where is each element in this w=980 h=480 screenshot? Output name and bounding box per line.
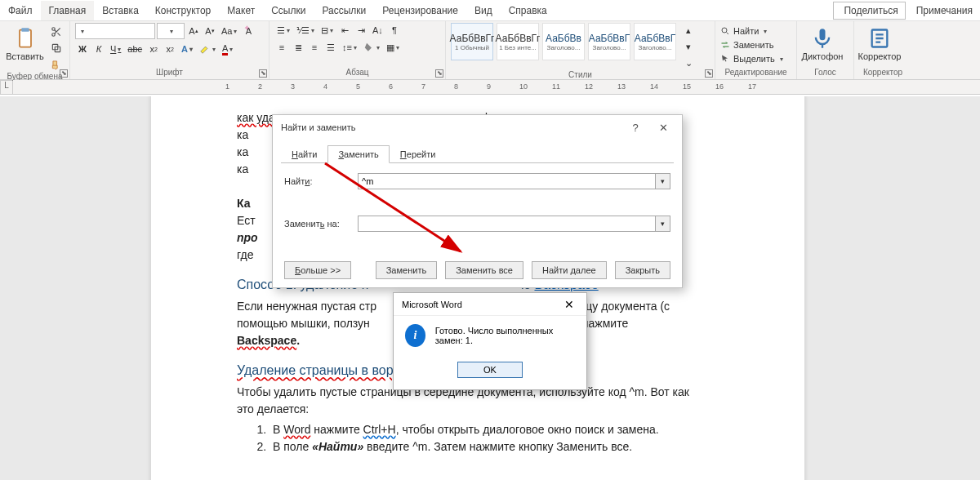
svg-point-3 [52,33,56,37]
styles-launcher[interactable]: ⬊ [705,69,713,78]
style-normal[interactable]: АаБбВвГг1 Обычный [451,23,493,60]
paragraph-launcher[interactable]: ⬊ [435,69,443,78]
align-left[interactable]: ≡ [274,40,289,55]
tab-view[interactable]: Вид [466,1,501,20]
ribbon: Вставить Буфер обмена ⬊ ▾ ▾ A▴ A▾ Aa▾ A✧… [0,21,980,80]
paragraph-label: Абзац [274,68,440,78]
editor-group-label: Корректор [859,68,906,78]
cut-button[interactable] [48,24,65,39]
msgbox-title: Microsoft Word [402,300,557,309]
style-heading1[interactable]: АаБбВвЗаголово... [542,23,585,60]
msgbox-close[interactable]: ✕ [557,298,581,311]
copy-icon [51,42,62,54]
justify[interactable]: ☰ [323,40,338,55]
group-editing: Найти ▾ Заменить Выделить ▾ Редактирован… [715,21,797,79]
tab-file[interactable]: Файл [0,1,41,20]
comments-button[interactable]: Примечания [906,2,980,20]
font-name-combo[interactable]: ▾ [75,23,155,39]
tab-review[interactable]: Рецензирование [374,1,466,20]
styles-more[interactable]: ⌄ [681,56,696,70]
list-item: В поле «Найти» введите ^m. Затем нажмите… [270,438,706,456]
search-icon [720,26,730,36]
style-heading2[interactable]: АаБбВвГЗаголово... [588,23,630,60]
borders[interactable]: ▦▾ [384,40,402,55]
align-center[interactable]: ≣ [291,40,305,55]
clear-formatting[interactable]: A✧ [241,24,256,38]
italic-button[interactable]: К [91,42,106,56]
dialog-close-x[interactable]: ✕ [649,118,677,137]
copy-button[interactable] [48,41,65,56]
strike-button[interactable]: abc [125,42,145,56]
replace-button[interactable]: Заменить [720,38,773,51]
bold-button[interactable]: Ж [75,42,90,56]
shrink-font[interactable]: A▾ [203,24,217,38]
share-button[interactable]: Поделиться [833,2,905,20]
tab-home[interactable]: Главная [41,1,95,20]
btn-replace-all[interactable]: Заменить все [445,261,523,279]
svg-point-6 [722,28,727,33]
line-spacing[interactable]: ↕≡▾ [340,40,359,55]
tab-references[interactable]: Ссылки [263,1,314,20]
dictate-button[interactable]: Диктофон [802,23,843,65]
paste-label: Вставить [6,51,44,61]
more-button[interactable]: Больше >> [284,261,351,279]
style-heading3[interactable]: АаБбВвГЗаголово... [634,23,676,60]
btn-find-next[interactable]: Найти далее [532,261,607,279]
underline-button[interactable]: Ч ▾ [108,42,123,56]
font-color[interactable]: A▾ [220,42,235,56]
multilevel[interactable]: ⊟▾ [318,23,336,38]
tab-design[interactable]: Конструктор [147,1,219,20]
find-dropdown[interactable]: ▾ [656,173,670,189]
superscript-button[interactable]: x2 [163,42,177,56]
font-label: Шрифт [75,68,264,78]
group-editor: Корректор Корректор [854,21,911,79]
sort[interactable]: A↓ [370,23,385,38]
increase-indent[interactable]: ⇥ [354,23,368,38]
ruler-h[interactable]: 1234567891011121314151617 [13,80,980,95]
bullets[interactable]: ☰▾ [274,23,292,38]
highlight-button[interactable]: ▾ [197,42,218,56]
shading[interactable]: ▾ [361,40,382,55]
group-clipboard: Вставить Буфер обмена ⬊ [0,21,70,79]
editor-icon [868,27,891,50]
numbering[interactable]: ⅟☰▾ [294,23,317,38]
tab-insert[interactable]: Вставка [94,1,147,20]
show-marks[interactable]: ¶ [387,23,402,38]
mic-icon [811,27,834,50]
group-font: ▾ ▾ A▴ A▾ Aa▾ A✧ Ж К Ч ▾ abc x2 x2 A ▾ ▾… [70,21,270,79]
replace-icon [720,40,730,50]
font-launcher[interactable]: ⬊ [259,69,267,78]
dialog-titlebar[interactable]: Найти и заменить ? ✕ [273,115,682,140]
change-case[interactable]: Aa▾ [219,24,239,38]
subscript-button[interactable]: x2 [146,42,161,56]
replace-dropdown[interactable]: ▾ [656,216,670,232]
clipboard-launcher[interactable]: ⬊ [60,69,68,78]
text-effects[interactable]: A ▾ [179,42,195,56]
styles-up[interactable]: ▴ [681,23,696,38]
btn-replace[interactable]: Заменить [376,261,437,279]
tab-mailings[interactable]: Рассылки [314,1,374,20]
find-button[interactable]: Найти ▾ [720,24,767,38]
comments-label: Примечания [916,5,973,16]
group-styles: АаБбВвГг1 Обычный АаБбВвГг1 Без инте... … [446,21,715,79]
align-right[interactable]: ≡ [307,40,322,55]
grow-font[interactable]: A▴ [186,24,201,38]
editor-button[interactable]: Корректор [859,23,900,65]
paste-icon [14,27,37,50]
dialog-help[interactable]: ? [621,118,649,137]
styles-down[interactable]: ▾ [681,39,696,54]
dictate-label: Диктофон [802,51,844,61]
btn-close[interactable]: Закрыть [615,261,670,279]
msgbox-titlebar[interactable]: Microsoft Word ✕ [394,293,586,316]
cursor-icon [720,54,730,64]
font-size-combo[interactable]: ▾ [157,23,185,39]
tab-help[interactable]: Справка [501,1,555,20]
tab-layout[interactable]: Макет [219,1,263,20]
decrease-indent[interactable]: ⇤ [337,23,352,38]
msgbox-ok[interactable]: OK [457,362,523,378]
select-button[interactable]: Выделить ▾ [720,52,783,65]
paste-button[interactable]: Вставить [5,23,45,65]
doc-line4: Ка [237,197,251,210]
list-item: В Word нажмите Ctrl+H, чтобы открыть диа… [270,421,706,438]
style-nospacing[interactable]: АаБбВвГг1 Без инте... [497,23,539,60]
